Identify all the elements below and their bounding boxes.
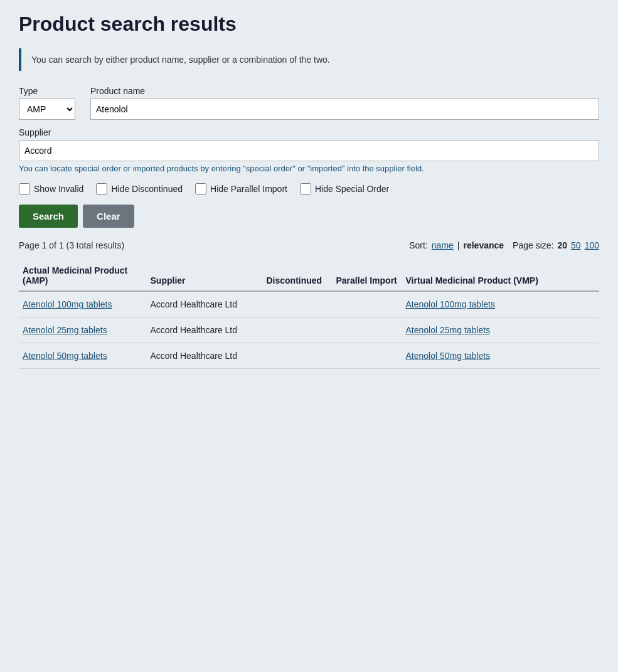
clear-button[interactable]: Clear — [83, 205, 134, 228]
vmp-link-0[interactable]: Atenolol 100mg tablets — [406, 299, 495, 309]
product-name-label: Product name — [90, 86, 599, 96]
sort-separator: | — [457, 240, 460, 250]
info-text: You can search by either product name, s… — [31, 55, 330, 65]
parallel-cell-1 — [333, 317, 402, 343]
sort-relevance: relevance — [464, 240, 504, 250]
table-row: Atenolol 25mg tablets Accord Healthcare … — [19, 317, 599, 343]
hide-discontinued-label[interactable]: Hide Discontinued — [111, 184, 183, 194]
sort-label: Sort: — [409, 240, 428, 250]
col-amp-header: Actual Medicinal Product (AMP) — [19, 260, 147, 291]
page-info: Page 1 of 1 (3 total results) — [19, 240, 124, 250]
parallel-cell-0 — [333, 291, 402, 317]
hide-discontinued-item: Hide Discontinued — [96, 183, 183, 195]
search-button[interactable]: Search — [19, 205, 78, 228]
table-row: Atenolol 100mg tablets Accord Healthcare… — [19, 291, 599, 317]
vmp-cell-2: Atenolol 50mg tablets — [402, 343, 600, 369]
parallel-cell-2 — [333, 343, 402, 369]
table-header: Actual Medicinal Product (AMP) Supplier … — [19, 260, 599, 291]
results-meta: Page 1 of 1 (3 total results) Sort: name… — [19, 240, 599, 250]
type-group: Type AMP VMP VMPP AMPP — [19, 86, 75, 120]
discontinued-cell-0 — [263, 291, 333, 317]
type-select[interactable]: AMP VMP VMPP AMPP — [19, 99, 75, 120]
info-box: You can search by either product name, s… — [19, 48, 599, 71]
page-size-100-link[interactable]: 100 — [585, 240, 599, 250]
buttons-row: Search Clear — [19, 205, 599, 228]
type-product-row: Type AMP VMP VMPP AMPP Product name — [19, 86, 599, 120]
supplier-cell-1: Accord Healthcare Ltd — [147, 317, 263, 343]
type-label: Type — [19, 86, 75, 96]
product-name-group: Product name — [90, 86, 599, 120]
amp-link-1[interactable]: Atenolol 25mg tablets — [23, 325, 107, 335]
checkboxes-row: Show Invalid Hide Discontinued Hide Para… — [19, 183, 599, 195]
page-title: Product search results — [19, 13, 599, 36]
sort-name-link[interactable]: name — [432, 240, 454, 250]
col-supplier-header: Supplier — [147, 260, 263, 291]
supplier-cell-2: Accord Healthcare Ltd — [147, 343, 263, 369]
col-parallel-header: Parallel Import — [333, 260, 402, 291]
page-size-label: Page size: — [513, 240, 553, 250]
table-body: Atenolol 100mg tablets Accord Healthcare… — [19, 291, 599, 369]
table-row: Atenolol 50mg tablets Accord Healthcare … — [19, 343, 599, 369]
hide-special-order-item: Hide Special Order — [300, 183, 389, 195]
amp-cell-2: Atenolol 50mg tablets — [19, 343, 147, 369]
supplier-label: Supplier — [19, 127, 599, 137]
amp-link-0[interactable]: Atenolol 100mg tablets — [23, 299, 112, 309]
results-table: Actual Medicinal Product (AMP) Supplier … — [19, 260, 599, 369]
supplier-row: Supplier — [19, 127, 599, 161]
amp-cell-1: Atenolol 25mg tablets — [19, 317, 147, 343]
page-size-20: 20 — [557, 240, 567, 250]
hide-parallel-import-label[interactable]: Hide Parallel Import — [210, 184, 287, 194]
supplier-group: Supplier — [19, 127, 599, 161]
supplier-cell-0: Accord Healthcare Ltd — [147, 291, 263, 317]
discontinued-cell-2 — [263, 343, 333, 369]
supplier-hint: You can locate special order or imported… — [19, 164, 599, 173]
hide-special-order-label[interactable]: Hide Special Order — [315, 184, 389, 194]
hide-special-order-checkbox[interactable] — [300, 183, 311, 195]
vmp-link-1[interactable]: Atenolol 25mg tablets — [406, 325, 491, 335]
supplier-input[interactable] — [19, 140, 599, 161]
vmp-cell-0: Atenolol 100mg tablets — [402, 291, 600, 317]
page-size-50-link[interactable]: 50 — [571, 240, 581, 250]
col-vmp-header: Virtual Medicinal Product (VMP) — [402, 260, 600, 291]
hide-parallel-import-checkbox[interactable] — [195, 183, 206, 195]
product-name-input[interactable] — [90, 99, 599, 120]
show-invalid-checkbox[interactable] — [19, 183, 30, 195]
vmp-link-2[interactable]: Atenolol 50mg tablets — [406, 351, 491, 361]
show-invalid-item: Show Invalid — [19, 183, 83, 195]
amp-cell-0: Atenolol 100mg tablets — [19, 291, 147, 317]
sort-pagesize: Sort: name | relevance Page size: 20 50 … — [409, 240, 599, 250]
discontinued-cell-1 — [263, 317, 333, 343]
amp-link-2[interactable]: Atenolol 50mg tablets — [23, 351, 107, 361]
search-form: Type AMP VMP VMPP AMPP Product name Supp… — [19, 86, 599, 228]
col-discontinued-header: Discontinued — [263, 260, 333, 291]
hide-parallel-import-item: Hide Parallel Import — [195, 183, 287, 195]
table-header-row: Actual Medicinal Product (AMP) Supplier … — [19, 260, 599, 291]
show-invalid-label[interactable]: Show Invalid — [34, 184, 83, 194]
hide-discontinued-checkbox[interactable] — [96, 183, 107, 195]
vmp-cell-1: Atenolol 25mg tablets — [402, 317, 600, 343]
